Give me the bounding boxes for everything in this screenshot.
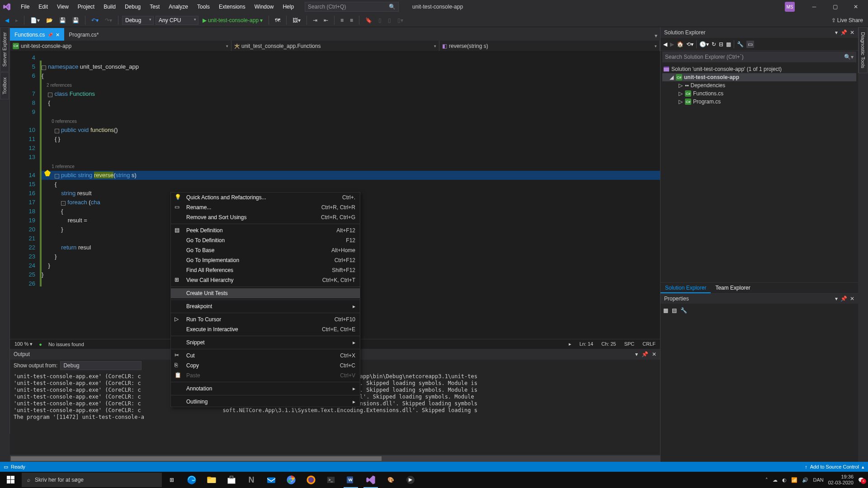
props-pin-icon[interactable]: 📌: [840, 296, 847, 302]
menu-help[interactable]: Help: [278, 1, 298, 13]
props-close-icon[interactable]: ✕: [850, 296, 854, 302]
solexp-collapse-icon[interactable]: ⊟: [719, 41, 723, 47]
menu-window[interactable]: Window: [250, 1, 278, 13]
output-hscroll[interactable]: [10, 455, 660, 462]
chrome-icon[interactable]: [281, 472, 301, 488]
notion-icon[interactable]: N: [241, 472, 261, 488]
menu-tools[interactable]: Tools: [193, 1, 214, 13]
output-close-icon[interactable]: ✕: [652, 351, 656, 357]
solexp-pin-icon[interactable]: 📌: [840, 29, 847, 36]
output-source-dropdown[interactable]: Debug: [60, 361, 142, 370]
deps-node[interactable]: ▷ ▪▪ Dependencies: [662, 81, 856, 89]
menu-view[interactable]: View: [52, 1, 73, 13]
props-alpha-icon[interactable]: ▤: [672, 307, 677, 314]
menu-test[interactable]: Test: [145, 1, 164, 13]
solexp-sync-icon[interactable]: ⟲▾: [686, 41, 693, 47]
undo-button[interactable]: ↶▾: [89, 16, 101, 25]
menu-build[interactable]: Build: [99, 1, 120, 13]
ctx-peek-definition[interactable]: ▤Peek DefinitionAlt+F12: [171, 225, 360, 235]
nav-back-button[interactable]: ◀: [3, 16, 11, 25]
publish-icon[interactable]: ↑: [805, 464, 807, 469]
nav-right-icon[interactable]: ▸: [569, 341, 571, 347]
expand-icon[interactable]: ▷: [678, 82, 683, 89]
new-project-button[interactable]: 📄▾: [28, 16, 42, 25]
output-pin-icon[interactable]: 📌: [642, 351, 648, 357]
solexp-props-icon[interactable]: 🔧: [737, 41, 744, 47]
menu-analyze[interactable]: Analyze: [164, 1, 193, 13]
tray-lang[interactable]: DAN: [813, 477, 823, 483]
ctx-execute-in-interactive[interactable]: Execute in InteractiveCtrl+E, Ctrl+E: [171, 324, 360, 334]
task-view-icon[interactable]: ⊞: [162, 472, 182, 488]
menu-project[interactable]: Project: [73, 1, 99, 13]
maximize-button[interactable]: ▢: [825, 0, 845, 14]
output-dropdown-icon[interactable]: ▾: [635, 351, 638, 357]
ctx-go-to-definition[interactable]: Go To DefinitionF12: [171, 235, 360, 245]
tb-uncomment-icon[interactable]: ▯: [386, 16, 393, 25]
close-button[interactable]: ✕: [845, 0, 866, 14]
menu-edit[interactable]: Edit: [34, 1, 52, 13]
ctx-view-call-hierarchy[interactable]: ⊞View Call HierarchyCtrl+K, Ctrl+T: [171, 275, 360, 285]
tray-onedrive-icon[interactable]: ☁: [773, 477, 778, 483]
props-dd-icon[interactable]: ▾: [835, 296, 838, 302]
solexp-dd-icon[interactable]: ▾: [835, 29, 838, 36]
solexp-refresh-icon[interactable]: 🕓▾: [699, 41, 709, 47]
save-button[interactable]: 💾: [57, 16, 68, 25]
ctx-quick-actions-and-refactorings-[interactable]: 💡Quick Actions and Refactorings...Ctrl+.: [171, 192, 360, 202]
solexp-search[interactable]: Search Solution Explorer (Ctrl+´) 🔍▾: [662, 52, 856, 62]
ctx-go-to-base[interactable]: Go To BaseAlt+Home: [171, 245, 360, 255]
ctx-snippet[interactable]: Snippet▸: [171, 338, 360, 347]
nav-fwd-button[interactable]: ▸: [13, 16, 20, 25]
taskbar-search[interactable]: ⌕ Skriv her for at søge: [22, 473, 162, 487]
tab-team-explorer[interactable]: Team Explorer: [711, 283, 755, 293]
ctx-run-to-cursor[interactable]: ▷Run To CursorCtrl+F10: [171, 314, 360, 324]
tray-volume-icon[interactable]: 🔊: [802, 477, 808, 483]
expand-icon[interactable]: ◢: [669, 74, 674, 80]
solexp-back-icon[interactable]: ◀: [663, 41, 667, 47]
explorer-icon[interactable]: [202, 472, 222, 488]
file-program-node[interactable]: ▷ C# Program.cs: [662, 98, 856, 106]
ctx-annotation[interactable]: Annotation▸: [171, 384, 360, 394]
tb-icon-1[interactable]: 🗺: [273, 16, 283, 25]
tray-wifi-icon[interactable]: 📶: [791, 477, 797, 483]
file-functions-node[interactable]: ▷ C# Functions.cs: [662, 89, 856, 98]
ctx-go-to-implementation[interactable]: Go To ImplementationCtrl+F12: [171, 255, 360, 265]
edge-icon[interactable]: [182, 472, 202, 488]
ctx-rename-[interactable]: ▭Rename...Ctrl+R, Ctrl+R: [171, 202, 360, 212]
ctx-find-all-references[interactable]: Find All ReferencesShift+F12: [171, 265, 360, 275]
tb-indent-icon[interactable]: ≡: [338, 16, 346, 25]
menu-debug[interactable]: Debug: [120, 1, 145, 13]
vs-taskbar-icon[interactable]: [361, 472, 381, 488]
expand-icon[interactable]: ▷: [678, 99, 683, 105]
tb-step-icon[interactable]: ⇥: [311, 16, 320, 25]
save-all-button[interactable]: 💾: [70, 16, 81, 25]
tab-solution-explorer[interactable]: Solution Explorer: [660, 283, 711, 293]
tb-bookmark-icon[interactable]: 🔖: [363, 16, 374, 25]
close-tab-icon[interactable]: ✕: [56, 32, 60, 38]
open-button[interactable]: 📂: [44, 16, 55, 25]
menu-file[interactable]: File: [16, 1, 34, 13]
quick-search[interactable]: Search (Ctrl+Q) 🔍: [305, 2, 399, 12]
ctx-copy[interactable]: ⎘CopyCtrl+C: [171, 361, 360, 371]
solexp-preview-icon[interactable]: ▭: [746, 41, 754, 48]
redo-button[interactable]: ↷▾: [103, 16, 114, 25]
ctx-outlining[interactable]: Outlining▸: [171, 397, 360, 407]
firefox-icon[interactable]: [301, 472, 321, 488]
start-button[interactable]: ▶ unit-test-console-app ▾: [200, 16, 265, 25]
solexp-refresh2-icon[interactable]: ↻: [712, 41, 716, 47]
ctx-remove-and-sort-usings[interactable]: Remove and Sort UsingsCtrl+R, Ctrl+G: [171, 212, 360, 222]
tb-icon-2[interactable]: 🖼▾: [290, 16, 303, 25]
paint-icon[interactable]: 🎨: [381, 472, 401, 488]
mail-icon[interactable]: [261, 472, 281, 488]
ctx-cut[interactable]: ✂CutCtrl+X: [171, 351, 360, 361]
notifications-icon[interactable]: 💬4: [858, 477, 864, 483]
ctx-create-unit-tests[interactable]: Create Unit Tests: [171, 288, 360, 298]
user-avatar[interactable]: MS: [785, 2, 795, 12]
nav-member[interactable]: ◧ reverse(string s): [439, 41, 660, 51]
solution-node[interactable]: Solution 'unit-test-console-app' (1 of 1…: [662, 65, 856, 73]
tray-app-icon[interactable]: ◐: [782, 477, 787, 483]
store-icon[interactable]: [222, 472, 241, 488]
solexp-close-icon[interactable]: ✕: [850, 29, 854, 36]
ctx-breakpoint[interactable]: Breakpoint▸: [171, 301, 360, 311]
toolbox-tab[interactable]: Toolbox: [0, 72, 9, 99]
start-button[interactable]: [0, 472, 22, 488]
